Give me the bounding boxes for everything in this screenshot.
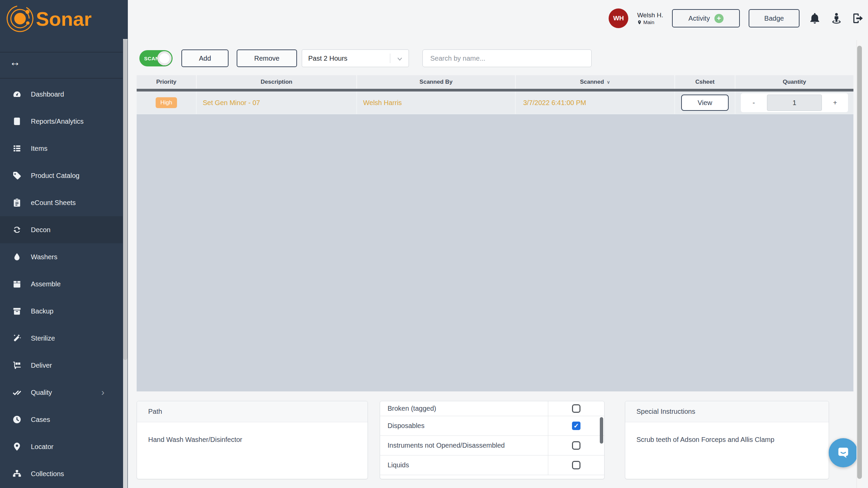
double-check-icon	[12, 388, 22, 397]
sidebar-divider	[0, 78, 123, 79]
sidebar-item-product-catalog[interactable]: Product Catalog	[0, 162, 123, 189]
column-header-csheet[interactable]: Csheet	[675, 75, 735, 89]
checkbox-disposables[interactable]: ✓	[572, 422, 580, 430]
add-button[interactable]: Add	[181, 49, 229, 67]
sonar-radar-icon	[4, 3, 36, 35]
top-bar: WH Welsh H. Main Activity + Badge	[128, 0, 865, 37]
badge-button[interactable]: Badge	[749, 9, 800, 27]
sidebar-scrollbar-thumb[interactable]	[123, 39, 127, 360]
page-scrollbar-thumb[interactable]	[857, 46, 862, 479]
archive-icon	[12, 306, 22, 316]
dashboard-icon	[12, 89, 22, 99]
sidebar-item-label: Dashboard	[31, 90, 64, 98]
sidebar-item-sterilize[interactable]: Sterilize	[0, 325, 123, 352]
street-view-icon[interactable]	[830, 12, 843, 25]
path-panel-value: Hand Wash Washer/Disinfector	[137, 422, 368, 457]
list-icon	[12, 144, 22, 153]
checkbox-instruments-not-opened[interactable]	[572, 441, 580, 450]
sign-out-icon[interactable]	[852, 12, 865, 25]
sidebar-item-deliver[interactable]: Deliver	[0, 352, 123, 379]
view-button[interactable]: View	[681, 95, 729, 111]
chat-bubble-icon	[835, 445, 851, 461]
sidebar-item-assemble[interactable]: Assemble	[0, 270, 123, 298]
time-filter-dropdown[interactable]: Past 2 Hours	[302, 49, 409, 67]
app-screen: Sonar ↔ Dashboard Reports/Analytics Item…	[0, 0, 868, 488]
sidebar-item-label: Quality	[31, 389, 52, 396]
path-panel: Path Hand Wash Washer/Disinfector	[137, 401, 368, 479]
sidebar-item-label: Sterilize	[31, 334, 55, 342]
chat-widget-button[interactable]	[829, 438, 858, 467]
sidebar-item-locator[interactable]: Locator	[0, 433, 123, 460]
box-icon	[12, 279, 22, 289]
sidebar-item-label: Locator	[31, 443, 54, 451]
sidebar-item-backup[interactable]: Backup	[0, 298, 123, 325]
priority-cell: High	[137, 92, 197, 114]
app-logo: Sonar	[4, 3, 92, 35]
quantity-increase-button[interactable]: +	[823, 99, 847, 107]
column-header-scanned[interactable]: Scanned ∨	[516, 75, 675, 89]
sort-descending-icon: ∨	[607, 79, 610, 85]
sidebar-item-cases[interactable]: Cases	[0, 406, 123, 433]
priority-badge: High	[156, 97, 177, 108]
brand-name: Sonar	[36, 7, 92, 30]
sidebar-item-ecount-sheets[interactable]: eCount Sheets	[0, 189, 123, 216]
sidebar-item-washers[interactable]: Washers	[0, 243, 123, 270]
toolbar: SCAN Add Remove Past 2 Hours	[137, 49, 854, 68]
user-name: Welsh H.	[637, 11, 663, 19]
table-row[interactable]: High Set Gen Minor - 07 Welsh Harris 3/7…	[137, 92, 853, 114]
scanned-cell: 3/7/2022 6:41:00 PM	[516, 92, 675, 114]
column-header-quantity[interactable]: Quantity	[735, 75, 853, 89]
map-pin-icon	[12, 442, 22, 451]
sidebar-item-items[interactable]: Items	[0, 135, 123, 162]
clock-icon	[12, 415, 22, 424]
remove-button[interactable]: Remove	[237, 49, 297, 67]
sidebar-item-dashboard[interactable]: Dashboard	[0, 81, 123, 108]
sidebar-item-label: Decon	[31, 226, 51, 234]
quantity-value[interactable]: 1	[767, 95, 822, 111]
sidebar-item-quality[interactable]: Quality ›	[0, 379, 123, 406]
sidebar-collapse-toggle[interactable]: ↔	[9, 56, 20, 68]
special-instructions-title: Special Instructions	[625, 401, 829, 422]
checklist-item-label: Broken (tagged)	[380, 401, 548, 416]
sidebar-item-label: Items	[31, 145, 47, 152]
user-avatar[interactable]: WH	[609, 8, 628, 28]
sidebar-item-label: Collections	[31, 470, 64, 478]
checklist-item-label: Liquids	[380, 455, 548, 475]
dolly-icon	[12, 361, 22, 370]
dropdown-separator	[390, 54, 390, 63]
checkbox-broken-tagged[interactable]	[572, 404, 580, 413]
scanned-by-cell: Welsh Harris	[357, 92, 516, 114]
user-location: Main	[643, 19, 654, 26]
sidebar-item-label: Deliver	[31, 362, 52, 369]
column-header-description[interactable]: Description	[197, 75, 357, 89]
sidebar-item-decon[interactable]: Decon	[0, 216, 123, 243]
sidebar-item-collections[interactable]: Collections	[0, 460, 123, 487]
checklist-row: Instruments not Opened/Disassembled	[380, 436, 604, 455]
clipboard-icon	[12, 198, 22, 207]
description-cell: Set Gen Minor - 07	[197, 92, 357, 114]
book-icon	[12, 117, 22, 126]
scanned-items-table: Priority Description Scanned By Scanned …	[137, 75, 853, 391]
scan-toggle[interactable]: SCAN	[139, 50, 173, 66]
checklist-item-label: Disposables	[380, 416, 548, 435]
search-input[interactable]	[422, 49, 592, 67]
checklist-scrollbar-thumb[interactable]	[600, 417, 603, 444]
time-filter-value: Past 2 Hours	[308, 55, 348, 62]
quantity-stepper: - 1 +	[741, 93, 848, 112]
sidebar-item-reports-analytics[interactable]: Reports/Analytics	[0, 108, 123, 135]
checklist-item-label: Instruments not Opened/Disassembled	[380, 436, 548, 455]
activity-button[interactable]: Activity +	[672, 9, 740, 27]
sidebar-menu: Dashboard Reports/Analytics Items Produc…	[0, 81, 123, 487]
notifications-bell-icon[interactable]	[808, 12, 821, 25]
sidebar-item-label: Product Catalog	[31, 172, 79, 180]
sidebar: Sonar ↔ Dashboard Reports/Analytics Item…	[0, 0, 128, 488]
wand-icon	[12, 333, 22, 343]
quantity-decrease-button[interactable]: -	[742, 99, 766, 107]
column-header-scanned-by[interactable]: Scanned By	[357, 75, 516, 89]
column-header-priority[interactable]: Priority	[137, 75, 197, 89]
decon-checklist-panel: Broken (tagged) Disposables ✓ Instrument…	[380, 401, 605, 479]
sidebar-item-label: Assemble	[31, 280, 61, 288]
sidebar-item-label: Reports/Analytics	[31, 118, 84, 125]
checkbox-liquids[interactable]	[572, 461, 580, 469]
plus-icon: +	[714, 14, 724, 23]
